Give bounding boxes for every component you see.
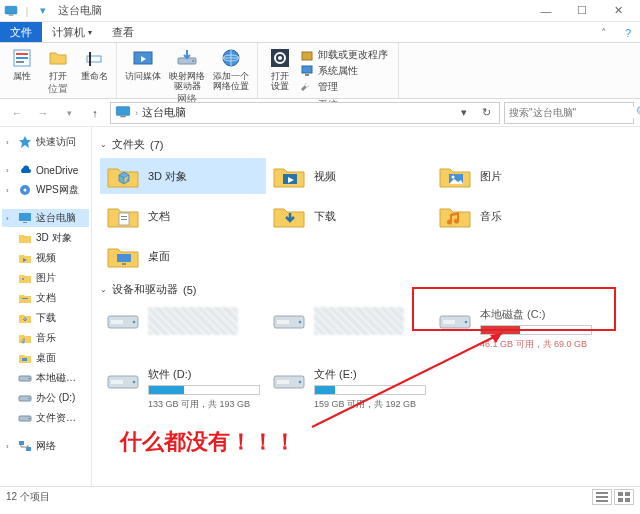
open-icon	[47, 47, 69, 69]
minimize-button[interactable]: —	[528, 0, 564, 22]
image-icon	[18, 271, 32, 285]
ribbon-group-location: 属性 打开 重命名 位置	[0, 43, 117, 98]
gear-icon	[269, 47, 291, 69]
svg-rect-56	[443, 320, 455, 324]
add-location-button[interactable]: 添加一个 网络位置	[211, 45, 251, 91]
drive-icon	[106, 307, 140, 335]
rename-icon	[83, 47, 105, 69]
svg-rect-20	[116, 106, 129, 115]
ribbon-collapse-button[interactable]: ˄	[592, 22, 616, 44]
chevron-right-icon[interactable]: ›	[135, 108, 138, 118]
sidebar-item[interactable]: 3D 对象	[2, 229, 89, 247]
sidebar-item[interactable]: ›OneDrive	[2, 161, 89, 179]
drive-grid: 本地磁盘 (C:)46.1 GB 可用，共 69.0 GB软件 (D:)133 …	[100, 303, 632, 423]
svg-point-24	[24, 189, 27, 192]
svg-point-28	[22, 278, 24, 280]
tab-file[interactable]: 文件	[0, 22, 42, 42]
sidebar-item[interactable]: 视频	[2, 249, 89, 267]
folder-item[interactable]: 视频	[266, 158, 432, 194]
drive-item[interactable]	[100, 303, 266, 355]
folder-item[interactable]: 音乐	[432, 198, 598, 234]
rename-button[interactable]: 重命名	[78, 45, 110, 81]
forward-button[interactable]: →	[32, 102, 54, 124]
sidebar-item[interactable]: ›WPS网盘	[2, 181, 89, 199]
svg-rect-21	[120, 116, 125, 117]
search-input[interactable]	[509, 107, 636, 118]
blurred-content	[314, 307, 404, 335]
svg-point-52	[299, 321, 302, 324]
drive-icon	[272, 307, 306, 335]
sidebar-item[interactable]: 文件资料 (E:)	[2, 409, 89, 427]
svg-rect-45	[121, 219, 127, 220]
search-box[interactable]: 🔍	[504, 102, 634, 124]
sidebar-item[interactable]: ›网络	[2, 437, 89, 455]
maximize-button[interactable]: ☐	[564, 0, 600, 22]
drive-item[interactable]	[266, 303, 432, 355]
cloud-icon	[18, 163, 32, 177]
folder-item[interactable]: 图片	[432, 158, 598, 194]
search-icon[interactable]: 🔍	[636, 106, 640, 119]
folder-item[interactable]: 3D 对象	[100, 158, 266, 194]
star-icon	[18, 135, 32, 149]
view-details-button[interactable]	[592, 489, 612, 505]
drive-item[interactable]: 本地磁盘 (C:)46.1 GB 可用，共 69.0 GB	[432, 303, 598, 355]
expand-icon[interactable]: ›	[6, 166, 14, 175]
sidebar-item[interactable]: 文档	[2, 289, 89, 307]
drives-section-header[interactable]: ⌄ 设备和驱动器 (5)	[100, 282, 632, 297]
sidebar-item[interactable]: 办公 (D:)	[2, 389, 89, 407]
up-button[interactable]: ↑	[84, 102, 106, 124]
access-media-button[interactable]: 访问媒体	[123, 45, 163, 91]
svg-rect-53	[277, 320, 289, 324]
breadcrumb-item[interactable]: 这台电脑	[142, 105, 186, 120]
refresh-button[interactable]: ↻	[477, 104, 495, 122]
drive-item[interactable]: 文件 (E:)159 GB 可用，共 192 GB	[266, 363, 432, 415]
ribbon-tabs: 文件 计算机▾ 查看 ˄ ?	[0, 22, 640, 43]
expand-icon[interactable]: ›	[6, 186, 14, 195]
close-button[interactable]: ✕	[600, 0, 636, 22]
folder-item[interactable]: 桌面	[100, 238, 266, 274]
open-settings-button[interactable]: 打开 设置	[264, 45, 296, 97]
sidebar-item-label: 文档	[36, 291, 56, 305]
expand-icon[interactable]: ›	[6, 442, 14, 451]
folder-item[interactable]: 文档	[100, 198, 266, 234]
sidebar-item[interactable]: 图片	[2, 269, 89, 287]
blurred-content	[148, 307, 238, 335]
svg-rect-47	[122, 263, 126, 265]
properties-button[interactable]: 属性	[6, 45, 38, 81]
history-dropdown[interactable]: ▾	[58, 102, 80, 124]
folder-item[interactable]: 下载	[266, 198, 432, 234]
section-title: 文件夹	[112, 137, 145, 152]
svg-rect-1	[9, 14, 14, 15]
tab-view[interactable]: 查看	[102, 22, 144, 42]
svg-rect-71	[625, 498, 630, 502]
expand-icon[interactable]: ›	[6, 138, 14, 147]
drive-icon	[18, 391, 32, 405]
drive-item[interactable]: 软件 (D:)133 GB 可用，共 193 GB	[100, 363, 266, 415]
sidebar-item[interactable]: 本地磁盘 (C:)	[2, 369, 89, 387]
manage-button[interactable]: 管理	[300, 80, 388, 94]
sidebar-item[interactable]: ›快速访问	[2, 133, 89, 151]
help-button[interactable]: ?	[616, 22, 640, 44]
sidebar-item[interactable]: 音乐	[2, 329, 89, 347]
sidebar-item[interactable]: 桌面	[2, 349, 89, 367]
svg-rect-30	[22, 358, 27, 361]
toolbar-sep-icon: |	[20, 4, 34, 18]
map-drive-button[interactable]: 映射网络 驱动器	[167, 45, 207, 91]
folders-section-header[interactable]: ⌄ 文件夹 (7)	[100, 137, 632, 152]
download-icon	[18, 311, 32, 325]
back-button[interactable]: ←	[6, 102, 28, 124]
uninstall-button[interactable]: 卸载或更改程序	[300, 48, 388, 62]
tab-computer[interactable]: 计算机▾	[42, 22, 102, 42]
system-properties-button[interactable]: 系统属性	[300, 64, 388, 78]
sidebar-item[interactable]: ›这台电脑	[2, 209, 89, 227]
expand-icon[interactable]: ›	[6, 214, 14, 223]
view-icons-button[interactable]	[614, 489, 634, 505]
sidebar-item[interactable]: 下载	[2, 309, 89, 327]
breadcrumb[interactable]: › 这台电脑 ▾ ↻	[110, 102, 500, 124]
svg-rect-67	[596, 500, 608, 502]
music-icon	[18, 331, 32, 345]
open-button[interactable]: 打开	[42, 45, 74, 81]
path-dropdown-icon[interactable]: ▾	[455, 104, 473, 122]
folder-label: 下载	[314, 209, 336, 224]
qat-icon[interactable]: ▾	[36, 4, 50, 18]
